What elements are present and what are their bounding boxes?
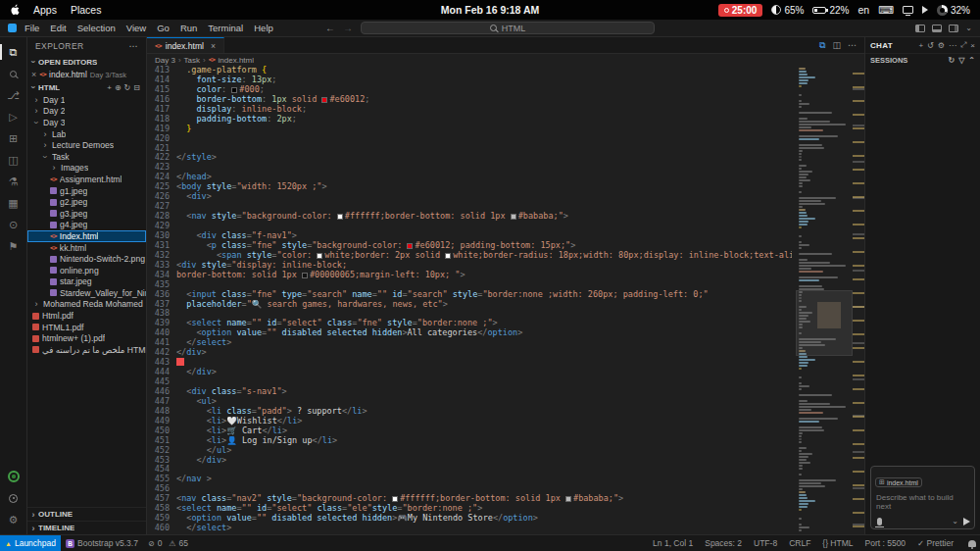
- tree-item[interactable]: ملخص ما تم دراسته في HTML...: [27, 344, 146, 356]
- tree-item[interactable]: Stardew_Valley_for_Ninte...: [27, 287, 146, 299]
- device-battery-indicator[interactable]: 22%: [812, 5, 849, 16]
- open-editors-section[interactable]: ›OPEN EDITORS: [27, 55, 146, 69]
- timeline-section[interactable]: ›TIMELINE: [27, 521, 146, 534]
- tree-item[interactable]: ›Task: [27, 151, 146, 163]
- activitybar-docker[interactable]: ▦: [0, 192, 26, 214]
- activitybar-explorer[interactable]: ⧉: [0, 41, 26, 63]
- menubar-clock[interactable]: Mon Feb 16 9:18 AM: [441, 4, 540, 16]
- tree-item[interactable]: <>kk.html: [27, 242, 146, 254]
- tree-item[interactable]: htmlnew+ (1).pdf: [27, 332, 146, 344]
- menubar-places[interactable]: Places: [71, 4, 102, 16]
- context-chip[interactable]: ⊞index.html: [875, 477, 922, 487]
- problems-status[interactable]: ⊘0⚠65: [143, 535, 193, 551]
- tree-item[interactable]: ›Mohamed Reda Mohamed: [27, 299, 146, 311]
- code-lines[interactable]: .game-platform { font-size: 13px; color:…: [176, 66, 792, 534]
- send-icon[interactable]: [963, 518, 970, 526]
- chat-settings-icon[interactable]: ⚙: [938, 41, 945, 50]
- tree-item[interactable]: ›Lecture Demoes: [27, 139, 146, 151]
- menu-help[interactable]: Help: [254, 23, 273, 33]
- headset-battery-indicator[interactable]: 65%: [771, 5, 804, 16]
- activitybar-extensions[interactable]: ⊞: [0, 127, 26, 149]
- chat-close-icon[interactable]: ×: [970, 41, 975, 50]
- volume-icon[interactable]: [922, 6, 928, 14]
- tree-item[interactable]: Nintendo-Switch-2.png: [27, 253, 146, 265]
- activitybar-remote-explorer[interactable]: ◫: [0, 149, 26, 171]
- activitybar-launchpad-overlay[interactable]: [0, 466, 26, 487]
- tab-index-html[interactable]: <> index.html ×: [147, 37, 224, 53]
- activitybar-bookmarks[interactable]: ⚑: [0, 235, 26, 257]
- code-editor[interactable]: 4134144154164174184194204214224234244254…: [147, 66, 864, 534]
- toggle-sidebar-icon[interactable]: [915, 25, 925, 32]
- menubar-apps[interactable]: Apps: [33, 4, 57, 16]
- more-actions-icon[interactable]: ⋯: [848, 40, 857, 50]
- tree-item[interactable]: ›Day 1: [27, 94, 146, 106]
- mic-icon[interactable]: [877, 518, 882, 526]
- main-battery-indicator[interactable]: 32%: [937, 5, 970, 16]
- activitybar-source-control[interactable]: ⎇: [0, 84, 26, 106]
- status-cursor-position[interactable]: Ln 1, Col 1: [648, 535, 698, 551]
- refresh-explorer-icon[interactable]: ↻: [124, 83, 131, 92]
- menu-edit[interactable]: Edit: [50, 23, 66, 33]
- open-preview-icon[interactable]: ⧉: [819, 40, 825, 51]
- sessions-collapse-icon[interactable]: ⌃: [968, 56, 975, 65]
- customize-layout-icon[interactable]: ⌄: [965, 24, 972, 32]
- activitybar-testing[interactable]: ⚗: [0, 171, 26, 192]
- status-indentation[interactable]: Spaces: 2: [700, 535, 747, 551]
- tree-item[interactable]: <>Assignment.html: [27, 174, 146, 185]
- status-eol[interactable]: CRLF: [784, 535, 815, 551]
- keyboard-icon[interactable]: ⌨: [878, 4, 894, 17]
- nav-forward-icon[interactable]: →: [343, 23, 353, 33]
- apple-logo-icon[interactable]: [10, 4, 20, 16]
- launchpad-status[interactable]: ▲Launchpad: [0, 535, 61, 551]
- breadcrumb-item[interactable]: index.html: [219, 56, 254, 65]
- menu-selection[interactable]: Selection: [77, 23, 116, 33]
- status-formatter[interactable]: ✓ Prettier: [912, 535, 958, 551]
- breadcrumb-item[interactable]: Task: [184, 56, 200, 65]
- pomodoro-timer[interactable]: 25:00: [718, 4, 763, 17]
- sessions-filter-icon[interactable]: ▽: [958, 56, 964, 65]
- menu-view[interactable]: View: [126, 23, 146, 33]
- new-chat-icon[interactable]: +: [918, 41, 923, 50]
- notifications-icon[interactable]: [968, 540, 976, 547]
- close-icon[interactable]: ×: [211, 41, 216, 51]
- tree-item[interactable]: online.png: [27, 265, 146, 276]
- workspace-section[interactable]: › HTML +⊕↻⊟: [27, 80, 146, 94]
- menu-terminal[interactable]: Terminal: [208, 23, 243, 33]
- display-icon[interactable]: [903, 6, 913, 14]
- open-editor-item[interactable]: ×<>index.htmlDay 3/Task: [27, 69, 146, 80]
- tree-item[interactable]: Html.pdf: [27, 310, 146, 322]
- minimap[interactable]: [796, 66, 853, 534]
- outline-section[interactable]: ›OUTLINE: [27, 507, 146, 521]
- explorer-more-icon[interactable]: ⋯: [129, 41, 138, 51]
- toggle-panel-icon[interactable]: [932, 25, 942, 32]
- tree-item[interactable]: g2.jpeg: [27, 196, 146, 208]
- minimap-viewport[interactable]: [796, 290, 853, 356]
- chat-maximize-icon[interactable]: ⤢: [960, 40, 966, 50]
- bootstrap-status[interactable]: BBootstrap v5.3.7: [61, 535, 143, 551]
- vscode-logo-icon[interactable]: [8, 24, 17, 32]
- tree-item[interactable]: star.jpeg: [27, 276, 146, 288]
- command-center-search[interactable]: HTML: [361, 22, 655, 34]
- status-encoding[interactable]: UTF-8: [749, 535, 782, 551]
- toggle-secondary-sidebar-icon[interactable]: [949, 25, 958, 32]
- menu-file[interactable]: File: [24, 23, 39, 33]
- tree-item[interactable]: ›Day 3: [27, 117, 146, 128]
- new-folder-icon[interactable]: ⊕: [115, 83, 122, 92]
- chat-input[interactable]: ⊞index.html Describe what to build next …: [870, 466, 975, 529]
- tree-item[interactable]: <>Index.html: [27, 230, 146, 242]
- tree-item[interactable]: g4.jpeg: [27, 220, 146, 231]
- chat-history-icon[interactable]: ↺: [927, 41, 934, 50]
- model-picker-icon[interactable]: ⌄: [952, 517, 958, 526]
- activitybar-settings[interactable]: ⚙: [0, 509, 26, 530]
- menu-run[interactable]: Run: [180, 23, 197, 33]
- breadcrumb-item[interactable]: Day 3: [155, 56, 175, 65]
- input-language[interactable]: en: [858, 4, 869, 16]
- split-editor-icon[interactable]: ◫: [832, 40, 841, 50]
- new-file-icon[interactable]: +: [107, 83, 112, 92]
- nav-back-icon[interactable]: ←: [325, 23, 335, 33]
- sessions-refresh-icon[interactable]: ↻: [948, 56, 955, 65]
- tree-item[interactable]: ›Day 2: [27, 106, 146, 118]
- tree-item[interactable]: HTML1.pdf: [27, 322, 146, 333]
- activitybar-chat[interactable]: ⊙: [0, 214, 26, 235]
- activitybar-accounts[interactable]: [0, 487, 26, 509]
